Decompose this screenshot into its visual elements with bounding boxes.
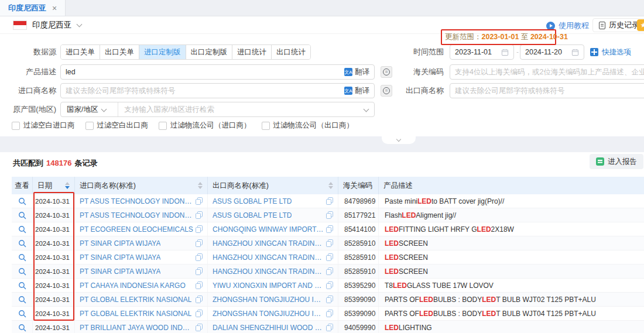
exporter-link[interactable]: HANGZHOU XINGCAN TRADING CO LTD [213,239,324,248]
view-record-button[interactable] [12,194,33,208]
exporter-link[interactable]: DALIAN SHENGZHIHUI WOOD INDUST... [213,324,324,332]
keyword-highlight: LED [477,225,491,234]
datasource-tab[interactable]: 进口关单 [61,45,100,59]
importer-link[interactable]: PT SINAR CIPTA WIJAYA [80,267,160,276]
calendar-icon[interactable] [571,49,579,56]
view-record-button[interactable] [12,293,33,306]
copy-icon [196,310,203,317]
filter-checkbox[interactable]: 过滤空白出口商 [85,121,149,131]
datasource-tab[interactable]: 进口定制版 [139,45,186,59]
exporter-link[interactable]: YIWU XIONGXIN IMPORT AND EXPORT... [213,281,324,290]
history-button[interactable]: 历史记录 [592,18,644,32]
date-to-input[interactable] [525,48,568,56]
copy-button[interactable] [196,281,203,289]
tab-indonesia[interactable]: 印度尼西亚 × [0,0,66,16]
sort-icon[interactable] [65,182,70,189]
checkbox-icon[interactable] [85,122,94,130]
copy-button[interactable] [326,253,333,261]
datasource-tab[interactable]: 出口定制版 [186,45,232,59]
copy-button[interactable] [326,281,333,289]
origin-search-placeholder[interactable]: 支持输入国家/地区进行检索 [118,105,364,115]
product-desc-input[interactable] [61,68,340,76]
view-record-button[interactable] [12,321,33,333]
column-header[interactable]: 日期 [33,177,75,194]
copy-button[interactable] [196,310,203,317]
copy-button[interactable] [196,239,203,247]
vip-icon[interactable]: ★ [637,19,644,31]
importer-link[interactable]: PT CAHAYA INDONESIA KARGO [80,281,186,290]
datasource-tab[interactable]: 进口统计 [232,45,271,59]
tutorial-link[interactable]: 使用教程 [546,20,589,31]
exporter-cell: CHONGQING WINWAY IMPORT AND E... [208,222,338,236]
column-header[interactable]: 出口商名称(标准) [208,177,338,194]
translate-button[interactable]: 翻译 [340,86,374,96]
close-icon[interactable]: × [52,4,57,12]
translate-button[interactable]: 翻译 [340,67,374,77]
origin-country-field[interactable]: 国家/地区 支持输入国家/地区进行检索 [60,102,375,117]
exporter-link[interactable]: ZHONGSHAN TONGJIUZHOU INTERNA... [213,296,324,304]
copy-button[interactable] [326,324,333,331]
importer-link[interactable]: PT ASUS TECHNOLOGY INDONESIA BA... [80,197,193,205]
exporter-link[interactable]: HANGZHOU XINGCAN TRADING CO LTD [213,253,324,262]
sort-icon[interactable] [328,182,333,189]
importer-link[interactable]: PT ASUS TECHNOLOGY INDONESIA BA... [80,211,193,219]
importer-link[interactable]: PT SINAR CIPTA WIJAYA [80,239,160,248]
exporter-link[interactable]: ASUS GLOBAL PTE LTD [213,211,292,219]
view-record-button[interactable] [12,265,33,278]
copy-button[interactable] [196,211,203,219]
checkbox-icon[interactable] [12,122,20,130]
hs-code-input[interactable] [450,64,644,80]
view-record-button[interactable] [12,222,33,236]
copy-button[interactable] [326,310,333,317]
checkbox-icon[interactable] [159,122,167,130]
origin-type-select[interactable]: 国家/地区 [61,102,118,116]
copy-button[interactable] [326,211,333,219]
product-desc-field[interactable]: 翻译 [60,64,375,80]
collapse-panel-button[interactable] [382,136,416,144]
exporter-link[interactable]: CHONGQING WINWAY IMPORT AND E... [213,225,324,234]
copy-button[interactable] [196,197,203,205]
view-record-button[interactable] [12,236,33,250]
importer-link[interactable]: PT BRILLIANT JAYA WOOD INDUSTRY [80,324,193,332]
importer-link[interactable]: PT GLOBAL ELEKTRIK NASIONAL [80,310,191,318]
importer-link[interactable]: PT GLOBAL ELEKTRIK NASIONAL [80,296,191,304]
importer-link[interactable]: PT SINAR CIPTA WIJAYA [80,253,160,262]
copy-button[interactable] [326,239,333,247]
filter-checkbox[interactable]: 过滤空白进口商 [12,121,75,131]
view-record-button[interactable] [12,307,33,320]
copy-button[interactable] [326,225,333,233]
view-record-button[interactable] [12,250,33,264]
copy-button[interactable] [326,197,333,205]
datasource-tab[interactable]: 出口统计 [271,45,310,59]
copy-button[interactable] [196,267,203,275]
importer-name-input[interactable] [61,87,340,95]
filter-checkbox[interactable]: 过滤物流公司（进口商） [159,121,251,131]
filter-checkbox[interactable]: 过滤物流公司（出口商） [262,121,354,131]
copy-button[interactable] [196,324,203,331]
copy-button[interactable] [196,253,203,261]
exporter-name-input[interactable] [450,83,644,98]
exporter-link[interactable]: ASUS GLOBAL PTE LTD [213,197,292,205]
copy-button[interactable] [326,296,333,303]
column-header[interactable]: 进口商名称(标准) [75,177,208,194]
importer-link[interactable]: PT ECOGREEN OLEOCHEMICALS [80,225,193,234]
copy-button[interactable] [326,267,333,275]
country-selector[interactable]: 印度尼西亚 [13,20,81,30]
date-from-input[interactable] [455,48,498,56]
calendar-icon[interactable] [501,49,509,56]
checkbox-icon[interactable] [262,122,270,130]
product-desc-cell: Paste miniLED to BATT cover jig(Pro)// [379,194,644,208]
copy-button[interactable] [196,225,203,233]
date-from-field[interactable] [450,44,514,60]
exporter-link[interactable]: HANGZHOU XINGCAN TRADING CO LTD [213,267,324,276]
copy-button[interactable] [196,296,203,303]
view-record-button[interactable] [12,279,33,292]
datasource-tab[interactable]: 出口关单 [100,45,139,59]
date-to-field[interactable] [520,44,584,60]
importer-name-field[interactable]: 翻译 [60,83,375,98]
sort-icon[interactable] [198,182,203,189]
exporter-link[interactable]: ZHONGSHAN TONGJIUZHOU INTERNA... [213,310,324,318]
quick-options-button[interactable]: 快捷选项 [590,44,631,60]
view-record-button[interactable] [12,208,33,222]
enter-report-button[interactable]: 进入报告 [590,154,643,169]
